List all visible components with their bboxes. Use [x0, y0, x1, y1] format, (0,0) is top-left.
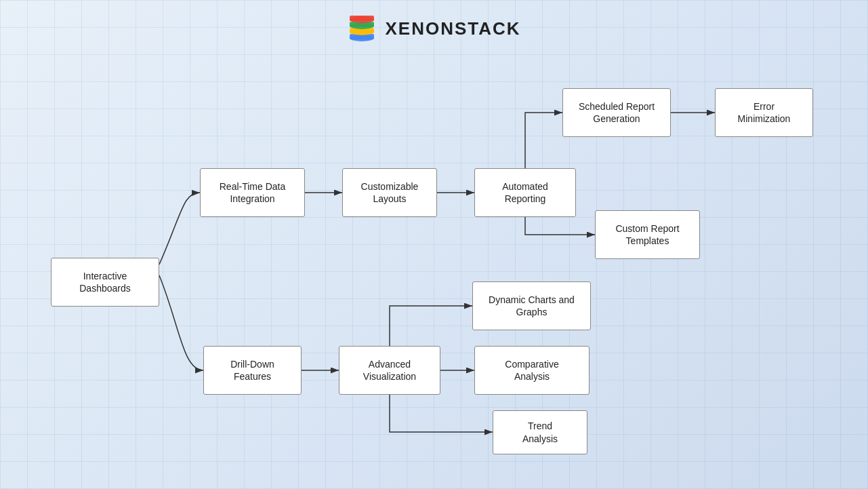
- node-realtime-data: Real-Time DataIntegration: [200, 168, 305, 217]
- header: XENONSTACK: [0, 14, 868, 43]
- node-customizable-layouts: CustomizableLayouts: [342, 168, 437, 217]
- node-automated-reporting: AutomatedReporting: [474, 168, 576, 217]
- arrows-overlay: [0, 0, 868, 489]
- logo-text: XENONSTACK: [385, 18, 520, 39]
- node-comparative-analysis: ComparativeAnalysis: [474, 346, 590, 395]
- node-drill-down: Drill-DownFeatures: [203, 346, 302, 395]
- node-custom-report: Custom ReportTemplates: [595, 210, 700, 259]
- svg-rect-7: [350, 16, 374, 21]
- node-interactive-dashboards: Interactive Dashboards: [51, 258, 159, 307]
- node-trend-analysis: TrendAnalysis: [493, 410, 587, 454]
- node-error-minimization: ErrorMinimization: [715, 88, 813, 137]
- logo-icon: [347, 14, 377, 43]
- node-scheduled-report: Scheduled ReportGeneration: [562, 88, 671, 137]
- node-dynamic-charts: Dynamic Charts andGraphs: [472, 281, 591, 330]
- node-advanced-visualization: AdvancedVisualization: [339, 346, 440, 395]
